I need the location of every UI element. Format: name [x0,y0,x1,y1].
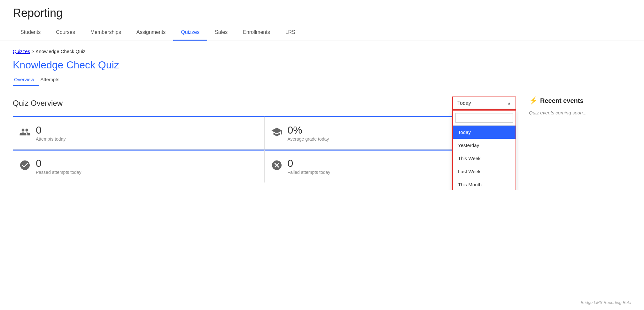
tab-assignments[interactable]: Assignments [129,25,174,41]
passed-attempts-value: 0 [36,158,81,168]
breadcrumb-parent[interactable]: Quizzes [13,49,30,54]
dropdown-search-container [453,111,516,126]
avg-grade-value: 0% [288,125,329,135]
quiz-title: Knowledge Check Quiz [13,59,631,71]
breadcrumb-current: Knowledge Check Quiz [35,49,85,54]
failed-attempts-label: Failed attempts today [288,170,330,175]
recent-events-heading: ⚡ Recent events [529,97,631,105]
tab-courses[interactable]: Courses [48,25,83,41]
tab-enrollments[interactable]: Enrollments [235,25,277,41]
dropdown-item-today[interactable]: Today [453,126,516,139]
main-nav: Students Courses Memberships Assignments… [13,25,631,41]
tab-students[interactable]: Students [13,25,48,41]
breadcrumb: Quizzes > Knowledge Check Quiz [13,49,631,54]
check-circle-icon [19,159,31,174]
page-title: Reporting [13,6,631,25]
recent-events-sidebar: ⚡ Recent events Quiz events coming soon.… [529,97,631,182]
recent-events-empty-text: Quiz events coming soon... [529,110,631,115]
graduation-cap-icon [271,126,283,140]
dropdown-trigger[interactable]: Today ▲ [452,97,516,110]
dropdown-item-this-month[interactable]: This Month [453,178,516,190]
subtab-attempts[interactable]: Attempts [39,74,65,86]
tab-memberships[interactable]: Memberships [83,25,129,41]
passed-attempts-label: Passed attempts today [36,170,81,175]
overview-title: Quiz Overview [13,99,63,108]
date-range-dropdown[interactable]: Today ▲ Today Yesterday This Week Last W… [452,97,516,110]
breadcrumb-separator: > [30,49,35,54]
tab-lrs[interactable]: LRS [278,25,303,41]
tab-quizzes[interactable]: Quizzes [173,25,207,41]
dropdown-item-yesterday[interactable]: Yesterday [453,139,516,152]
recent-events-title-text: Recent events [540,97,584,105]
dropdown-selected-value: Today [457,100,471,106]
bolt-icon: ⚡ [529,97,538,105]
subtab-overview[interactable]: Overview [13,74,39,86]
tab-sales[interactable]: Sales [207,25,235,41]
dropdown-list: Today Yesterday This Week Last Week This… [453,126,516,190]
dropdown-search-input[interactable] [455,113,513,123]
x-circle-icon [271,159,283,174]
stat-passed-attempts: 0 Passed attempts today [13,150,265,182]
dropdown-menu: Today Yesterday This Week Last Week This… [452,110,516,190]
failed-attempts-value: 0 [288,158,330,168]
attempts-today-label: Attempts today [36,136,66,142]
overview-section: Quiz Overview Today ▲ Today Yesterday [13,97,516,182]
chevron-up-icon: ▲ [507,101,511,105]
dropdown-item-last-week[interactable]: Last Week [453,165,516,178]
stats-grid: 0 Attempts today 0% [13,116,516,182]
avg-grade-label: Average grade today [288,136,329,142]
attempts-today-value: 0 [36,125,66,135]
dropdown-item-this-week[interactable]: This Week [453,152,516,165]
stat-attempts-today: 0 Attempts today [13,116,265,150]
people-icon [19,126,31,140]
sub-tab-bar: Overview Attempts [13,74,631,86]
